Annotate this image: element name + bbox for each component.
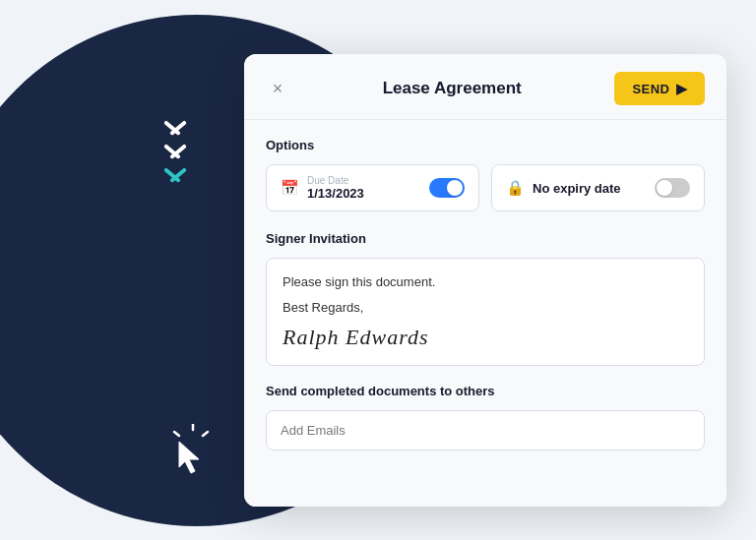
close-button[interactable]: × xyxy=(266,77,289,100)
due-date-sublabel: Due Date xyxy=(307,175,364,186)
send-button-label: SEND xyxy=(632,82,669,96)
no-expiry-toggle[interactable] xyxy=(655,178,690,198)
modal-header: × Lease Agreement SEND ▶ xyxy=(244,54,726,120)
lock-icon: 🔒 xyxy=(506,179,525,197)
send-arrow-icon: ▶ xyxy=(676,81,688,96)
signature-text: Ralph Edwards xyxy=(283,325,688,350)
invitation-line2: Best Regards, xyxy=(283,298,688,318)
cursor-icon xyxy=(165,424,215,473)
modal-dialog: × Lease Agreement SEND ▶ Options 📅 Due D… xyxy=(244,54,726,507)
chevrons-decoration xyxy=(156,128,195,197)
chevron-2 xyxy=(156,151,195,173)
due-date-text: Due Date 1/13/2023 xyxy=(307,175,364,201)
due-date-value: 1/13/2023 xyxy=(307,186,364,201)
options-row: 📅 Due Date 1/13/2023 🔒 No expiry date xyxy=(266,164,705,211)
options-section-label: Options xyxy=(266,138,705,152)
svg-line-1 xyxy=(203,432,208,436)
email-input[interactable] xyxy=(266,410,705,450)
modal-body: Options 📅 Due Date 1/13/2023 🔒 No expiry… xyxy=(244,120,726,507)
svg-line-2 xyxy=(174,432,179,436)
modal-title: Lease Agreement xyxy=(289,79,614,98)
no-expiry-label: No expiry date xyxy=(533,181,621,196)
due-date-toggle[interactable] xyxy=(429,178,465,198)
no-expiry-option: 🔒 No expiry date xyxy=(491,164,705,211)
signer-section-label: Signer Invitation xyxy=(266,231,705,246)
invitation-line1: Please sign this document. xyxy=(283,272,688,292)
due-date-option: 📅 Due Date 1/13/2023 xyxy=(266,164,479,211)
chevron-3-teal xyxy=(156,175,195,197)
calendar-icon: 📅 xyxy=(281,179,299,197)
email-section xyxy=(266,410,705,450)
invitation-box[interactable]: Please sign this document. Best Regards,… xyxy=(266,258,705,366)
due-date-left: 📅 Due Date 1/13/2023 xyxy=(281,175,364,201)
send-completed-label: Send completed documents to others xyxy=(266,384,705,398)
chevron-1 xyxy=(156,128,195,150)
send-button[interactable]: SEND ▶ xyxy=(614,72,705,105)
no-expiry-left: 🔒 No expiry date xyxy=(506,179,621,197)
